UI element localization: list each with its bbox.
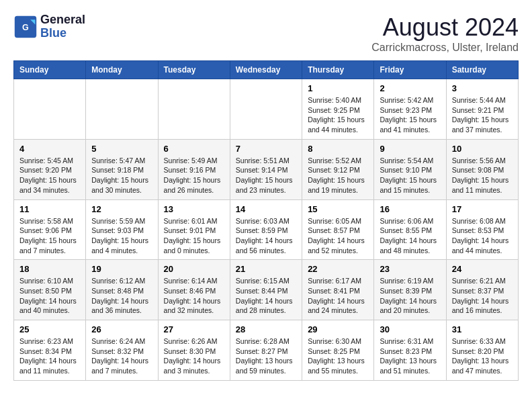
day-number: 30 [380,324,440,334]
day-number: 7 [236,144,296,154]
calendar-cell: 21Sunrise: 6:15 AM Sunset: 8:44 PM Dayli… [230,260,302,320]
day-number: 1 [308,83,368,93]
page-title: August 2024 [371,13,519,42]
day-info: Sunrise: 5:47 AM Sunset: 9:18 PM Dayligh… [91,156,152,195]
day-info: Sunrise: 5:42 AM Sunset: 9:23 PM Dayligh… [380,95,440,135]
logo-general: General [40,13,85,26]
calendar-cell: 20Sunrise: 6:14 AM Sunset: 8:46 PM Dayli… [158,260,230,320]
day-number: 21 [236,264,296,274]
week-row-1: 1Sunrise: 5:40 AM Sunset: 9:25 PM Daylig… [14,79,519,140]
day-info: Sunrise: 5:52 AM Sunset: 9:12 PM Dayligh… [308,156,368,195]
day-info: Sunrise: 6:17 AM Sunset: 8:41 PM Dayligh… [308,276,368,316]
day-number: 15 [308,204,368,214]
logo-blue: Blue [40,26,66,40]
day-info: Sunrise: 5:56 AM Sunset: 9:08 PM Dayligh… [452,156,513,195]
day-info: Sunrise: 6:30 AM Sunset: 8:25 PM Dayligh… [308,336,368,376]
calendar-cell: 23Sunrise: 6:19 AM Sunset: 8:39 PM Dayli… [374,260,446,320]
day-number: 4 [19,144,80,154]
page-header: G General Blue August 2024 Carrickmacros… [13,13,519,54]
calendar-cell: 10Sunrise: 5:56 AM Sunset: 9:08 PM Dayli… [446,139,518,199]
day-info: Sunrise: 5:44 AM Sunset: 9:21 PM Dayligh… [452,95,513,135]
day-info: Sunrise: 6:15 AM Sunset: 8:44 PM Dayligh… [236,276,296,316]
day-number: 26 [91,324,152,334]
day-info: Sunrise: 5:40 AM Sunset: 9:25 PM Dayligh… [308,95,368,135]
day-info: Sunrise: 6:33 AM Sunset: 8:20 PM Dayligh… [452,336,513,376]
day-info: Sunrise: 6:12 AM Sunset: 8:48 PM Dayligh… [91,276,152,316]
calendar-cell [230,79,302,140]
calendar-cell: 9Sunrise: 5:54 AM Sunset: 9:10 PM Daylig… [374,139,446,199]
calendar-cell: 25Sunrise: 6:23 AM Sunset: 8:34 PM Dayli… [14,320,86,381]
calendar-cell: 19Sunrise: 6:12 AM Sunset: 8:48 PM Dayli… [86,260,158,320]
day-info: Sunrise: 5:45 AM Sunset: 9:20 PM Dayligh… [19,156,80,195]
week-row-4: 18Sunrise: 6:10 AM Sunset: 8:50 PM Dayli… [14,260,519,320]
day-number: 3 [452,83,513,93]
day-number: 20 [164,264,224,274]
calendar-cell: 15Sunrise: 6:05 AM Sunset: 8:57 PM Dayli… [302,199,374,260]
calendar-cell [158,79,230,140]
day-number: 6 [164,144,224,154]
day-info: Sunrise: 6:19 AM Sunset: 8:39 PM Dayligh… [380,276,440,316]
calendar-cell: 11Sunrise: 5:58 AM Sunset: 9:06 PM Dayli… [14,199,86,260]
col-header-thursday: Thursday [302,61,374,79]
day-info: Sunrise: 6:08 AM Sunset: 8:53 PM Dayligh… [452,216,513,256]
calendar-cell: 2Sunrise: 5:42 AM Sunset: 9:23 PM Daylig… [374,79,446,140]
calendar-table: SundayMondayTuesdayWednesdayThursdayFrid… [13,60,519,381]
col-header-tuesday: Tuesday [158,61,230,79]
day-info: Sunrise: 6:31 AM Sunset: 8:23 PM Dayligh… [380,336,440,376]
day-number: 31 [452,324,513,334]
day-number: 27 [164,324,224,334]
col-header-monday: Monday [86,61,158,79]
day-info: Sunrise: 6:23 AM Sunset: 8:34 PM Dayligh… [19,336,80,376]
day-info: Sunrise: 6:21 AM Sunset: 8:37 PM Dayligh… [452,276,513,316]
calendar-cell: 28Sunrise: 6:28 AM Sunset: 8:27 PM Dayli… [230,320,302,381]
week-row-5: 25Sunrise: 6:23 AM Sunset: 8:34 PM Dayli… [14,320,519,381]
day-number: 2 [380,83,440,93]
day-info: Sunrise: 6:10 AM Sunset: 8:50 PM Dayligh… [19,276,80,316]
calendar-cell: 30Sunrise: 6:31 AM Sunset: 8:23 PM Dayli… [374,320,446,381]
day-number: 9 [380,144,440,154]
day-info: Sunrise: 6:05 AM Sunset: 8:57 PM Dayligh… [308,216,368,256]
calendar-cell [86,79,158,140]
day-number: 16 [380,204,440,214]
calendar-cell: 14Sunrise: 6:03 AM Sunset: 8:59 PM Dayli… [230,199,302,260]
col-header-wednesday: Wednesday [230,61,302,79]
day-number: 24 [452,264,513,274]
day-number: 17 [452,204,513,214]
calendar-cell: 4Sunrise: 5:45 AM Sunset: 9:20 PM Daylig… [14,139,86,199]
day-number: 10 [452,144,513,154]
day-info: Sunrise: 5:51 AM Sunset: 9:14 PM Dayligh… [236,156,296,195]
day-info: Sunrise: 6:06 AM Sunset: 8:55 PM Dayligh… [380,216,440,256]
day-number: 14 [236,204,296,214]
week-row-3: 11Sunrise: 5:58 AM Sunset: 9:06 PM Dayli… [14,199,519,260]
day-number: 25 [19,324,80,334]
logo: G General Blue [13,13,85,40]
calendar-cell [14,79,86,140]
calendar-cell: 1Sunrise: 5:40 AM Sunset: 9:25 PM Daylig… [302,79,374,140]
calendar-cell: 26Sunrise: 6:24 AM Sunset: 8:32 PM Dayli… [86,320,158,381]
calendar-cell: 18Sunrise: 6:10 AM Sunset: 8:50 PM Dayli… [14,260,86,320]
day-info: Sunrise: 5:54 AM Sunset: 9:10 PM Dayligh… [380,156,440,195]
day-number: 12 [91,204,152,214]
day-number: 28 [236,324,296,334]
day-number: 5 [91,144,152,154]
calendar-cell: 7Sunrise: 5:51 AM Sunset: 9:14 PM Daylig… [230,139,302,199]
day-number: 18 [19,264,80,274]
col-header-saturday: Saturday [446,61,518,79]
day-info: Sunrise: 6:26 AM Sunset: 8:30 PM Dayligh… [164,336,224,376]
logo-icon: G [13,15,38,39]
day-info: Sunrise: 5:49 AM Sunset: 9:16 PM Dayligh… [164,156,224,195]
day-number: 11 [19,204,80,214]
calendar-cell: 6Sunrise: 5:49 AM Sunset: 9:16 PM Daylig… [158,139,230,199]
calendar-cell: 29Sunrise: 6:30 AM Sunset: 8:25 PM Dayli… [302,320,374,381]
day-number: 22 [308,264,368,274]
svg-text:G: G [22,23,29,32]
logo-text: General Blue [40,13,85,40]
calendar-cell: 22Sunrise: 6:17 AM Sunset: 8:41 PM Dayli… [302,260,374,320]
day-info: Sunrise: 6:14 AM Sunset: 8:46 PM Dayligh… [164,276,224,316]
day-number: 13 [164,204,224,214]
calendar-cell: 31Sunrise: 6:33 AM Sunset: 8:20 PM Dayli… [446,320,518,381]
day-number: 23 [380,264,440,274]
day-number: 19 [91,264,152,274]
day-info: Sunrise: 6:01 AM Sunset: 9:01 PM Dayligh… [164,216,224,256]
calendar-cell: 13Sunrise: 6:01 AM Sunset: 9:01 PM Dayli… [158,199,230,260]
